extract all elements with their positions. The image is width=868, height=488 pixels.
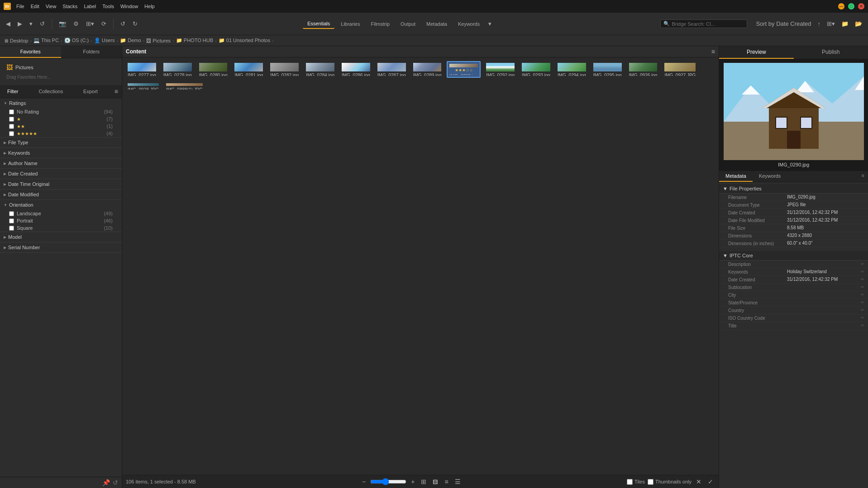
menu-file[interactable]: File [16, 4, 24, 9]
minimize-button[interactable]: — [838, 3, 844, 9]
close-button[interactable]: ✕ [858, 3, 864, 9]
reset-icon[interactable]: ↺ [113, 479, 118, 486]
zoom-out-button[interactable]: − [360, 477, 367, 486]
iptc-header[interactable]: ▼ IPTC Core [719, 251, 868, 261]
view-mode-button[interactable]: ⊞▾ [825, 19, 837, 28]
file-properties-header[interactable]: ▼ File Properties [719, 184, 868, 194]
down-arrow-button[interactable]: ▾ [27, 19, 35, 28]
filter-keywords-header[interactable]: ▶ Keywords [0, 148, 122, 158]
thumb-view-button[interactable]: ⊟ [431, 477, 440, 486]
sort-options-button[interactable]: Sort by Date Created [754, 19, 813, 28]
thumb-img_0281[interactable]: IMG_0281.jpg [233, 61, 265, 78]
thumb-img_0282[interactable]: IMG_0282.jpg [268, 61, 300, 78]
menu-edit[interactable]: Edit [31, 4, 39, 9]
workspace-keywords[interactable]: Keywords [453, 19, 484, 29]
menu-label[interactable]: Label [84, 4, 96, 9]
fav-item-pictures[interactable]: 🖼 Pictures [4, 62, 118, 73]
thumb-dog1[interactable] [208, 81, 212, 91]
thumb-img_0292[interactable]: IMG_0292.jpg [484, 61, 516, 78]
filter-portrait[interactable]: Portrait (46) [0, 217, 122, 224]
thumb-graffiti1[interactable] [237, 81, 241, 91]
thumb-img_0293[interactable]: IMG_0293.jpg [520, 61, 552, 78]
reject-button[interactable]: ✕ [694, 477, 703, 486]
1star-checkbox[interactable] [9, 117, 14, 122]
thumb-img_0289[interactable]: IMG_0289.jpg [411, 61, 444, 78]
breadcrumb-pictures[interactable]: 🖼 Pictures [146, 38, 171, 43]
filter-no-rating[interactable]: No Rating (94) [0, 108, 122, 115]
portrait-checkbox[interactable] [9, 218, 14, 223]
zoom-in-button[interactable]: + [409, 477, 416, 486]
new-folder-button[interactable]: 📂 [853, 19, 864, 28]
filter-model-header[interactable]: ▶ Model [0, 232, 122, 242]
thumb-img_0284[interactable]: IMG_0284.jpg [304, 61, 336, 78]
forward-button[interactable]: ▶ [15, 19, 24, 28]
menu-window[interactable]: Window [120, 4, 138, 9]
menu-tools[interactable]: Tools [102, 4, 114, 9]
sort-direction-button[interactable]: ↑ [816, 19, 823, 28]
filter-square[interactable]: Square (10) [0, 224, 122, 232]
filter-1star[interactable]: ★ (7) [0, 115, 122, 123]
square-checkbox[interactable] [9, 226, 14, 231]
breadcrumb-photo-hub[interactable]: 📁 PHOTO HUB [176, 38, 213, 43]
filter-author-header[interactable]: ▶ Author Name [0, 158, 122, 168]
filter-ratings-header[interactable]: ▼ Ratings [0, 98, 122, 108]
thumb-img_0926[interactable]: IMG_0926.jpg [627, 61, 659, 78]
meta-tab-metadata[interactable]: Metadata [719, 171, 753, 182]
rotate-cw-button[interactable]: ↻ [130, 19, 140, 28]
iptc-keywords-edit[interactable]: ✏ [861, 269, 864, 275]
content-menu-icon[interactable]: ≡ [711, 48, 715, 55]
workspace-output[interactable]: Output [396, 19, 420, 29]
more-workspaces-button[interactable]: ▾ [486, 19, 494, 29]
tab-publish[interactable]: Publish [794, 46, 868, 59]
approve-button[interactable]: ✓ [706, 477, 715, 486]
thumb-img_0294[interactable]: IMG_0294.jpg [556, 61, 588, 78]
5star-checkbox[interactable] [9, 131, 14, 136]
thumb-img_0287[interactable]: IMG_0287.jpg [376, 61, 408, 78]
thumb-dog2[interactable] [215, 81, 219, 91]
thumb-img_0286[interactable]: IMG_0286.jpg [340, 61, 372, 78]
menu-help[interactable]: Help [144, 4, 155, 9]
thumbs-only-checkbox[interactable] [648, 479, 653, 485]
breadcrumb-os[interactable]: 💽 OS (C:) [64, 38, 89, 43]
filter-tab-filter[interactable]: Filter [4, 87, 22, 96]
breadcrumb-users[interactable]: 👤 Users [94, 38, 115, 43]
thumb-img_0927[interactable]: IMG_0927.JPG [663, 61, 697, 78]
tab-preview[interactable]: Preview [719, 46, 794, 59]
menu-stacks[interactable]: Stacks [62, 4, 77, 9]
thumb-img_0280[interactable]: IMG_0280.jpg [197, 61, 229, 78]
search-input[interactable] [672, 21, 744, 27]
iptc-title-edit[interactable]: ✏ [861, 323, 864, 328]
refresh-view-button[interactable]: ⟳ [99, 19, 109, 28]
iptc-isocode-edit[interactable]: ✏ [861, 315, 864, 321]
filter-datetime-header[interactable]: ▶ Date Time Original [0, 179, 122, 189]
filter-landscape[interactable]: Landscape (49) [0, 210, 122, 217]
iptc-description-edit[interactable]: ✏ [861, 261, 864, 267]
filter-tab-export[interactable]: Export [80, 87, 101, 96]
content-grid[interactable]: IMG_0277.jpg IMG_0278.jpg IMG_0280.jpg I… [122, 57, 719, 475]
thumb-food[interactable] [230, 81, 234, 91]
workspace-essentials[interactable]: Essentials [303, 19, 334, 29]
workspace-metadata[interactable]: Metadata [422, 19, 452, 29]
tab-favorites[interactable]: Favorites [0, 46, 61, 58]
tiles-checkbox[interactable] [627, 479, 633, 485]
open-folder-button[interactable]: 📁 [839, 19, 851, 28]
2star-checkbox[interactable] [9, 124, 14, 129]
detail-view-button[interactable]: ≡ [443, 477, 450, 486]
iptc-sublocation-edit[interactable]: ✏ [861, 284, 864, 290]
workspace-filmstrip[interactable]: Filmstrip [366, 19, 394, 29]
tools-button[interactable]: ⚙ [71, 19, 81, 28]
filter-tab-collections[interactable]: Collections [35, 87, 67, 96]
filter-2star[interactable]: ★★ (1) [0, 123, 122, 130]
iptc-state-edit[interactable]: ✏ [861, 300, 864, 305]
iptc-datecreated-edit[interactable]: ✏ [861, 277, 864, 282]
list-view-button[interactable]: ☰ [453, 477, 463, 486]
thumb-img_0888[interactable]: IMG_0888(1).JPG [164, 81, 205, 91]
pin-icon[interactable]: 📌 [102, 479, 110, 486]
workspace-libraries[interactable]: Libraries [336, 19, 364, 29]
breadcrumb-demo[interactable]: 📁 Demo [120, 38, 141, 43]
filter-filetype-header[interactable]: ▶ File Type [0, 137, 122, 147]
back-button[interactable]: ◀ [4, 19, 13, 28]
filter-datecreated-header[interactable]: ▶ Date Created [0, 169, 122, 179]
thumb-img_0290[interactable]: ★★★☆☆ IMG_0290.jpg [447, 61, 481, 78]
thumb-dog3[interactable] [223, 81, 226, 91]
